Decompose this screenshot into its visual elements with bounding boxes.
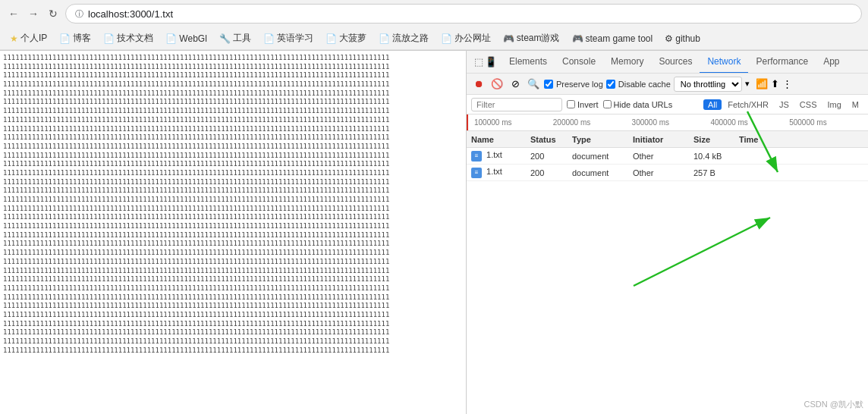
bookmark-icon-bangong: 📄 — [441, 33, 452, 44]
bookmark-boke[interactable]: 📄 博客 — [54, 30, 96, 47]
bookmark-label: 工具 — [233, 32, 251, 45]
tab-network[interactable]: Network — [700, 51, 748, 74]
disable-cache-label[interactable]: Disable cache — [606, 80, 671, 89]
bookmark-label: 个人IP — [20, 32, 47, 45]
refresh-button[interactable]: ↻ — [46, 6, 61, 21]
file-icon-2: ≡ — [471, 168, 482, 178]
table-row[interactable]: ≡ 1.txt 200 document Other 257 B — [467, 165, 868, 181]
invert-checkbox-label[interactable]: Invert — [567, 100, 599, 109]
bookmark-yingyu[interactable]: 📄 英语学习 — [258, 30, 319, 47]
filter-type-css[interactable]: CSS — [795, 99, 822, 110]
filter-type-buttons: All Fetch/XHR JS CSS Img M — [703, 99, 863, 110]
hide-data-urls-checkbox-label[interactable]: Hide data URLs — [603, 100, 673, 109]
row1-initiator: Other — [630, 152, 690, 161]
bookmark-liufang[interactable]: 📄 流放之路 — [373, 30, 434, 47]
bookmarks-bar: ★ 个人IP 📄 博客 📄 技术文档 📄 WebGl 🔧 工具 📄 英语学习 📄… — [0, 27, 868, 50]
bookmark-label: 博客 — [73, 32, 91, 45]
bookmark-gongju[interactable]: 🔧 工具 — [214, 30, 256, 47]
url-text: localhost:3000/1.txt — [88, 8, 173, 20]
row2-size: 257 B — [690, 168, 736, 177]
network-table: Name Status Type Initiator Size Time ≡ 1… — [467, 131, 868, 414]
devtools-tabs: ⬚ 📱 Elements Console Memory Sources Netw… — [467, 51, 868, 74]
timeline-bar: 100000 ms 200000 ms 300000 ms 400000 ms … — [467, 114, 868, 131]
bookmark-icon-jishu: 📄 — [103, 33, 115, 44]
col-header-status: Status — [527, 135, 569, 144]
bookmark-daboluo[interactable]: 📄 大菠萝 — [320, 30, 372, 47]
filter-type-all[interactable]: All — [703, 99, 722, 110]
bookmark-github[interactable]: ⚙ github — [659, 31, 706, 46]
throttling-dropdown-icon[interactable]: ▾ — [745, 79, 750, 89]
invert-checkbox[interactable] — [567, 100, 575, 108]
tab-performance[interactable]: Performance — [748, 51, 816, 74]
tab-sources[interactable]: Sources — [651, 51, 700, 74]
filter-bar: Invert Hide data URLs All Fetch/XHR JS C… — [467, 95, 868, 114]
filter-type-fetch[interactable]: Fetch/XHR — [723, 99, 773, 110]
col-header-initiator: Initiator — [630, 135, 690, 144]
bookmark-jishu[interactable]: 📄 技术文档 — [98, 30, 159, 47]
lock-icon: ⓘ — [75, 8, 83, 20]
filter-button[interactable]: ⊘ — [508, 77, 523, 92]
address-bar[interactable]: ⓘ localhost:3000/1.txt — [65, 4, 862, 24]
tab-app[interactable]: App — [816, 51, 847, 74]
hide-data-urls-checkbox[interactable] — [603, 100, 612, 108]
bookmark-icon-daboluo: 📄 — [326, 33, 337, 44]
preserve-log-label[interactable]: Preserve log — [544, 80, 603, 89]
file-icon-1: ≡ — [471, 151, 482, 162]
bookmark-icon-steam: 🎮 — [503, 33, 514, 44]
bookmark-label: github — [675, 33, 700, 44]
bookmark-webgl[interactable]: 📄 WebGl — [160, 31, 212, 46]
filter-type-img[interactable]: Img — [822, 99, 845, 110]
row2-name: ≡ 1.txt — [467, 167, 527, 178]
search-button[interactable]: 🔍 — [526, 77, 541, 92]
bookmark-icon-liufang: 📄 — [379, 33, 390, 44]
bookmark-bangong[interactable]: 📄 办公网址 — [436, 30, 496, 47]
bookmark-label: 大菠萝 — [339, 32, 366, 45]
device-icon[interactable]: 📱 — [485, 56, 497, 67]
main-layout: 1111111111111111111111111111111111111111… — [0, 51, 868, 414]
tab-console[interactable]: Console — [555, 51, 603, 74]
network-table-header: Name Status Type Initiator Size Time — [467, 131, 868, 148]
bookmark-icon-gerenip: ★ — [10, 33, 18, 44]
tab-memory[interactable]: Memory — [603, 51, 651, 74]
page-content: 1111111111111111111111111111111111111111… — [0, 51, 466, 414]
inspect-icon[interactable]: ⬚ — [474, 56, 483, 67]
bookmark-gerenip[interactable]: ★ 个人IP — [5, 30, 52, 47]
col-header-type: Type — [569, 135, 630, 144]
timeline-label-5: 500000 ms — [789, 118, 868, 127]
filter-input[interactable] — [471, 98, 562, 111]
row1-type: document — [569, 152, 630, 161]
timeline-cursor — [467, 114, 468, 130]
tab-elements[interactable]: Elements — [502, 51, 555, 74]
clear-button[interactable]: 🚫 — [489, 77, 505, 92]
bookmark-label: 办公网址 — [454, 32, 491, 45]
row1-size: 10.4 kB — [690, 152, 736, 161]
back-button[interactable]: ← — [6, 6, 21, 21]
bookmark-label: 英语学习 — [277, 32, 313, 45]
record-button[interactable]: ⏺ — [471, 77, 486, 92]
timeline-label-1: 100000 ms — [474, 118, 553, 127]
upload-icon[interactable]: ⬆ — [771, 78, 779, 89]
timeline-label-4: 400000 ms — [710, 118, 789, 127]
wifi-icon[interactable]: 📶 — [756, 78, 768, 89]
disable-cache-checkbox[interactable] — [606, 80, 615, 89]
bookmark-icon-boke: 📄 — [59, 33, 71, 44]
csdn-watermark: CSDN @凯小默 — [804, 399, 863, 410]
row2-initiator: Other — [630, 168, 690, 177]
table-row[interactable]: ≡ 1.txt 200 document Other 10.4 kB — [467, 148, 868, 165]
row1-name: ≡ 1.txt — [467, 150, 527, 162]
forward-button[interactable]: → — [26, 6, 41, 21]
bookmark-label: steam game tool — [586, 33, 653, 44]
bookmark-steam[interactable]: 🎮 steam游戏 — [498, 30, 565, 47]
col-header-time: Time — [736, 135, 868, 144]
filter-type-media[interactable]: M — [848, 99, 863, 110]
row2-status: 200 — [527, 168, 569, 177]
bookmark-steamtool[interactable]: 🎮 steam game tool — [567, 31, 659, 46]
bookmark-icon-webgl: 📄 — [165, 33, 177, 44]
throttling-select[interactable]: No throttling — [674, 77, 742, 92]
timeline-label-2: 200000 ms — [553, 118, 632, 127]
filter-type-js[interactable]: JS — [775, 99, 794, 110]
more-icon[interactable]: ⋮ — [782, 78, 792, 89]
bookmark-icon-github: ⚙ — [665, 33, 673, 44]
row1-status: 200 — [527, 152, 569, 161]
preserve-log-checkbox[interactable] — [544, 80, 553, 89]
